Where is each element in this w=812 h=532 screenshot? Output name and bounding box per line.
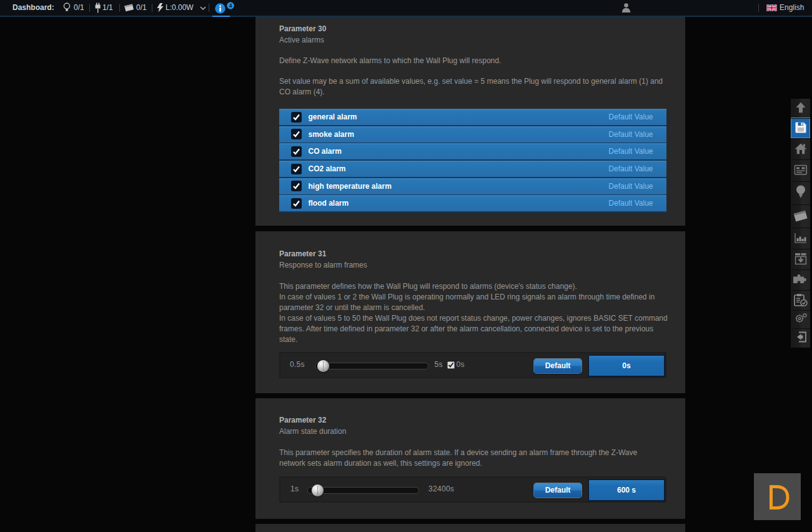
svg-text:4: 4 [229, 3, 232, 9]
